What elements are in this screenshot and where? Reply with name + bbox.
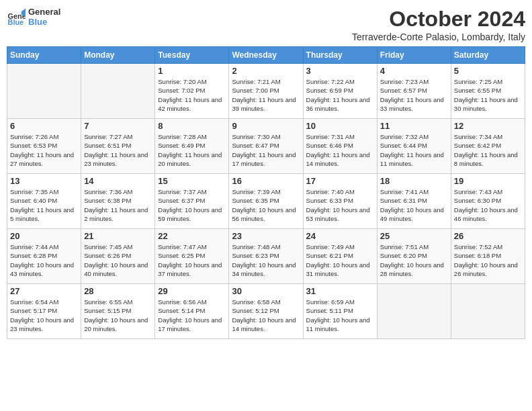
calendar-cell: 27Sunrise: 6:54 AMSunset: 5:17 PMDayligh… bbox=[7, 284, 81, 339]
day-number: 27 bbox=[10, 286, 78, 296]
sunset: Sunset: 6:23 PM bbox=[232, 252, 279, 259]
calendar-cell: 24Sunrise: 7:49 AMSunset: 6:21 PMDayligh… bbox=[303, 229, 377, 284]
daylight: Daylight: 11 hours and 33 minutes. bbox=[380, 96, 444, 112]
daylight: Daylight: 11 hours and 8 minutes. bbox=[454, 151, 518, 167]
sunset: Sunset: 6:51 PM bbox=[84, 142, 131, 149]
day-number: 11 bbox=[380, 121, 448, 131]
daylight: Daylight: 10 hours and 40 minutes. bbox=[84, 261, 148, 277]
calendar-cell: 23Sunrise: 7:48 AMSunset: 6:23 PMDayligh… bbox=[229, 229, 303, 284]
sunset: Sunset: 6:31 PM bbox=[380, 197, 427, 204]
sunset: Sunset: 6:33 PM bbox=[306, 197, 353, 204]
day-number: 20 bbox=[10, 231, 78, 241]
daylight: Daylight: 11 hours and 2 minutes. bbox=[84, 206, 148, 222]
calendar-cell: 6Sunrise: 7:26 AMSunset: 6:53 PMDaylight… bbox=[7, 119, 81, 174]
calendar-cell: 12Sunrise: 7:34 AMSunset: 6:42 PMDayligh… bbox=[451, 119, 525, 174]
header-sunday: Sunday bbox=[7, 47, 81, 64]
page-header: General Blue General Blue October 2024 T… bbox=[7, 7, 525, 42]
header-monday: Monday bbox=[81, 47, 155, 64]
calendar-cell: 10Sunrise: 7:31 AMSunset: 6:46 PMDayligh… bbox=[303, 119, 377, 174]
sunset: Sunset: 6:46 PM bbox=[306, 142, 353, 149]
sunrise: Sunrise: 7:41 AM bbox=[380, 188, 429, 195]
calendar-cell: 22Sunrise: 7:47 AMSunset: 6:25 PMDayligh… bbox=[155, 229, 229, 284]
sunrise: Sunrise: 7:43 AM bbox=[454, 188, 502, 195]
day-number: 4 bbox=[380, 66, 448, 76]
day-number: 16 bbox=[232, 176, 300, 186]
calendar-cell: 8Sunrise: 7:28 AMSunset: 6:49 PMDaylight… bbox=[155, 119, 229, 174]
daylight: Daylight: 10 hours and 28 minutes. bbox=[380, 261, 444, 277]
sunset: Sunset: 6:25 PM bbox=[158, 252, 205, 259]
day-number: 3 bbox=[306, 66, 374, 76]
day-info: Sunrise: 7:37 AMSunset: 6:37 PMDaylight:… bbox=[158, 187, 226, 223]
location-title: Terraverde-Corte Palasio, Lombardy, Ital… bbox=[352, 32, 525, 42]
calendar-week-4: 20Sunrise: 7:44 AMSunset: 6:28 PMDayligh… bbox=[7, 229, 525, 284]
header-tuesday: Tuesday bbox=[155, 47, 229, 64]
sunset: Sunset: 6:59 PM bbox=[306, 87, 353, 94]
daylight: Daylight: 10 hours and 23 minutes. bbox=[10, 316, 74, 332]
day-number: 29 bbox=[158, 286, 226, 296]
daylight: Daylight: 11 hours and 42 minutes. bbox=[158, 96, 222, 112]
day-number: 9 bbox=[232, 121, 300, 131]
sunset: Sunset: 6:21 PM bbox=[306, 252, 353, 259]
sunset: Sunset: 6:26 PM bbox=[84, 252, 131, 259]
day-number: 15 bbox=[158, 176, 226, 186]
calendar-cell: 14Sunrise: 7:36 AMSunset: 6:38 PMDayligh… bbox=[81, 174, 155, 229]
sunset: Sunset: 5:11 PM bbox=[306, 307, 353, 314]
daylight: Daylight: 10 hours and 26 minutes. bbox=[454, 261, 518, 277]
sunrise: Sunrise: 7:25 AM bbox=[454, 78, 502, 85]
calendar-cell bbox=[7, 64, 81, 119]
day-number: 19 bbox=[454, 176, 522, 186]
daylight: Daylight: 10 hours and 43 minutes. bbox=[10, 261, 74, 277]
daylight: Daylight: 11 hours and 39 minutes. bbox=[232, 96, 296, 112]
day-info: Sunrise: 7:21 AMSunset: 7:00 PMDaylight:… bbox=[232, 77, 300, 113]
day-info: Sunrise: 6:59 AMSunset: 5:11 PMDaylight:… bbox=[306, 298, 374, 333]
day-info: Sunrise: 6:58 AMSunset: 5:12 PMDaylight:… bbox=[232, 298, 300, 333]
sunrise: Sunrise: 7:34 AM bbox=[454, 133, 502, 140]
day-info: Sunrise: 7:31 AMSunset: 6:46 PMDaylight:… bbox=[306, 132, 374, 168]
daylight: Daylight: 10 hours and 56 minutes. bbox=[232, 206, 296, 222]
day-number: 26 bbox=[454, 231, 522, 241]
day-info: Sunrise: 7:23 AMSunset: 6:57 PMDaylight:… bbox=[380, 77, 448, 113]
calendar-cell: 25Sunrise: 7:51 AMSunset: 6:20 PMDayligh… bbox=[377, 229, 451, 284]
calendar-cell bbox=[451, 284, 525, 339]
day-info: Sunrise: 7:43 AMSunset: 6:30 PMDaylight:… bbox=[454, 187, 522, 223]
sunset: Sunset: 5:12 PM bbox=[232, 307, 279, 314]
day-info: Sunrise: 7:32 AMSunset: 6:44 PMDaylight:… bbox=[380, 132, 448, 168]
calendar-cell: 5Sunrise: 7:25 AMSunset: 6:55 PMDaylight… bbox=[451, 64, 525, 119]
sunset: Sunset: 6:40 PM bbox=[10, 197, 57, 204]
calendar-cell: 30Sunrise: 6:58 AMSunset: 5:12 PMDayligh… bbox=[229, 284, 303, 339]
sunset: Sunset: 6:20 PM bbox=[380, 252, 427, 259]
calendar-cell: 28Sunrise: 6:55 AMSunset: 5:15 PMDayligh… bbox=[81, 284, 155, 339]
calendar-week-3: 13Sunrise: 7:35 AMSunset: 6:40 PMDayligh… bbox=[7, 174, 525, 229]
calendar-cell: 29Sunrise: 6:56 AMSunset: 5:14 PMDayligh… bbox=[155, 284, 229, 339]
day-info: Sunrise: 7:47 AMSunset: 6:25 PMDaylight:… bbox=[158, 242, 226, 278]
logo-general: General bbox=[28, 7, 60, 17]
calendar-week-1: 1Sunrise: 7:20 AMSunset: 7:02 PMDaylight… bbox=[7, 64, 525, 119]
sunrise: Sunrise: 6:58 AM bbox=[232, 298, 280, 306]
day-number: 8 bbox=[158, 121, 226, 131]
calendar-cell: 4Sunrise: 7:23 AMSunset: 6:57 PMDaylight… bbox=[377, 64, 451, 119]
daylight: Daylight: 10 hours and 17 minutes. bbox=[158, 316, 222, 332]
day-info: Sunrise: 7:28 AMSunset: 6:49 PMDaylight:… bbox=[158, 132, 226, 168]
daylight: Daylight: 10 hours and 11 minutes. bbox=[306, 316, 370, 332]
calendar-cell: 7Sunrise: 7:27 AMSunset: 6:51 PMDaylight… bbox=[81, 119, 155, 174]
header-saturday: Saturday bbox=[451, 47, 525, 64]
calendar-table: SundayMondayTuesdayWednesdayThursdayFrid… bbox=[7, 46, 525, 339]
sunset: Sunset: 6:47 PM bbox=[232, 142, 279, 149]
daylight: Daylight: 10 hours and 37 minutes. bbox=[158, 261, 222, 277]
daylight: Daylight: 10 hours and 34 minutes. bbox=[232, 261, 296, 277]
sunset: Sunset: 6:35 PM bbox=[232, 197, 279, 204]
day-info: Sunrise: 7:30 AMSunset: 6:47 PMDaylight:… bbox=[232, 132, 300, 168]
calendar-cell: 31Sunrise: 6:59 AMSunset: 5:11 PMDayligh… bbox=[303, 284, 377, 339]
day-info: Sunrise: 7:45 AMSunset: 6:26 PMDaylight:… bbox=[84, 242, 152, 278]
sunrise: Sunrise: 7:51 AM bbox=[380, 243, 429, 250]
sunset: Sunset: 7:02 PM bbox=[158, 87, 205, 94]
calendar-cell: 13Sunrise: 7:35 AMSunset: 6:40 PMDayligh… bbox=[7, 174, 81, 229]
day-info: Sunrise: 7:52 AMSunset: 6:18 PMDaylight:… bbox=[454, 242, 522, 278]
sunrise: Sunrise: 7:52 AM bbox=[454, 243, 502, 250]
sunset: Sunset: 7:00 PM bbox=[232, 87, 279, 94]
sunrise: Sunrise: 7:23 AM bbox=[380, 78, 429, 85]
day-number: 13 bbox=[10, 176, 78, 186]
day-info: Sunrise: 6:55 AMSunset: 5:15 PMDaylight:… bbox=[84, 298, 152, 333]
sunrise: Sunrise: 7:27 AM bbox=[84, 133, 132, 140]
calendar-cell: 3Sunrise: 7:22 AMSunset: 6:59 PMDaylight… bbox=[303, 64, 377, 119]
